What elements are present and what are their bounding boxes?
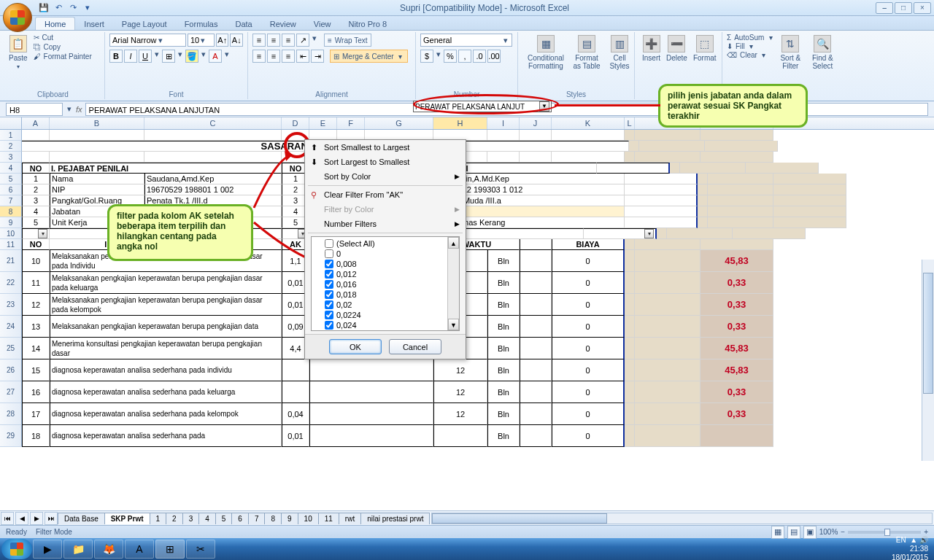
cell[interactable] bbox=[282, 381, 309, 403]
number-filters[interactable]: Number Filters▶ bbox=[305, 217, 466, 231]
font-size-combo[interactable]: 10▾ bbox=[188, 34, 215, 47]
office-button[interactable] bbox=[3, 3, 32, 32]
qat-more-icon[interactable]: ▾ bbox=[82, 2, 93, 14]
filter-opt[interactable]: 0,02 bbox=[313, 300, 458, 310]
clear-filter[interactable]: ⚲Clear Filter From "AK" bbox=[305, 187, 466, 202]
cell[interactable] bbox=[50, 130, 144, 141]
task-explorer[interactable]: 📁 bbox=[63, 540, 93, 559]
cell[interactable]: Saudana,Amd.Kep bbox=[144, 174, 282, 184]
filter-btn-no[interactable]: ▾ bbox=[38, 229, 47, 238]
cell[interactable] bbox=[625, 316, 635, 338]
filter-cancel-button[interactable]: Cancel bbox=[389, 339, 441, 354]
cell[interactable] bbox=[50, 152, 144, 163]
cell[interactable]: 0 bbox=[552, 359, 625, 381]
tab-view[interactable]: View bbox=[305, 18, 340, 30]
sheet-tab[interactable]: 7 bbox=[248, 513, 266, 524]
increase-indent-icon[interactable]: ⇥ bbox=[311, 50, 324, 63]
cell[interactable] bbox=[520, 381, 552, 403]
cell[interactable]: 0 bbox=[552, 403, 625, 425]
minimize-button[interactable]: ‒ bbox=[876, 2, 893, 14]
jabatan-dropdown[interactable]: PERAWAT PELAKSANA LANJUT ▼ bbox=[413, 101, 552, 112]
sheet-tab[interactable]: nilai prestasi prwt bbox=[360, 513, 430, 524]
cell-styles-button[interactable]: ▥Cell Styles bbox=[604, 34, 635, 71]
cell[interactable]: 5 bbox=[22, 217, 50, 228]
paste-button[interactable]: 📋Paste▾ bbox=[6, 34, 31, 82]
increase-decimal-icon[interactable]: .0 bbox=[473, 50, 486, 63]
cell[interactable]: Bln bbox=[487, 250, 520, 272]
tab-formulas[interactable]: Formulas bbox=[176, 18, 227, 30]
cell[interactable]: 1 bbox=[22, 174, 50, 184]
cell[interactable] bbox=[733, 228, 806, 239]
autosum-button[interactable]: ΣAutoSum▾ bbox=[727, 34, 774, 42]
cell[interactable] bbox=[639, 141, 705, 152]
cell[interactable] bbox=[552, 130, 625, 141]
cell[interactable] bbox=[700, 152, 773, 163]
view-layout-icon[interactable]: ▤ bbox=[787, 526, 800, 539]
view-break-icon[interactable]: ▣ bbox=[803, 526, 817, 539]
task-access[interactable]: A bbox=[125, 540, 154, 559]
zoom-in-icon[interactable]: + bbox=[924, 528, 928, 536]
cell[interactable]: Bln bbox=[487, 294, 520, 316]
align-middle-icon[interactable]: ≡ bbox=[267, 34, 280, 47]
sheet-tab[interactable]: 3 bbox=[182, 513, 200, 524]
horizontal-scrollbar[interactable] bbox=[431, 513, 933, 524]
cell[interactable] bbox=[698, 195, 708, 206]
cell[interactable]: 0 bbox=[552, 316, 625, 338]
tab-insert[interactable]: Insert bbox=[75, 18, 113, 30]
font-color-button[interactable]: A bbox=[209, 50, 222, 63]
copy-button[interactable]: ⿻Copy bbox=[34, 43, 92, 51]
font-name-combo[interactable]: Arial Narrow▾ bbox=[109, 34, 186, 47]
start-button[interactable] bbox=[1, 539, 32, 559]
col-B[interactable]: B bbox=[50, 117, 144, 129]
cell[interactable]: Bln bbox=[487, 272, 520, 294]
cell[interactable]: Bln bbox=[487, 381, 520, 403]
redo-icon[interactable]: ↷ bbox=[67, 2, 79, 14]
sort-by-color[interactable]: Sort by Color▶ bbox=[305, 169, 466, 184]
fx-icon[interactable]: fx bbox=[76, 105, 82, 114]
cell[interactable] bbox=[746, 163, 819, 174]
cell[interactable] bbox=[773, 184, 846, 195]
cell[interactable] bbox=[520, 239, 552, 250]
filter-opt[interactable]: 0,024 bbox=[313, 320, 458, 330]
worksheet-grid[interactable]: 12SASARAN KERJA PEGAWAI34NOI. PEJABAT PE… bbox=[0, 130, 934, 510]
cell[interactable] bbox=[625, 359, 635, 381]
cell[interactable] bbox=[520, 272, 552, 294]
sheet-tab[interactable]: 4 bbox=[198, 513, 216, 524]
cell[interactable] bbox=[635, 239, 700, 250]
dropdown-arrow-icon[interactable]: ▼ bbox=[539, 101, 549, 112]
cell[interactable]: Nama bbox=[50, 174, 144, 184]
align-bottom-icon[interactable]: ≡ bbox=[282, 34, 295, 47]
col-F[interactable]: F bbox=[337, 117, 365, 129]
cell[interactable] bbox=[520, 425, 552, 447]
sheet-tab[interactable]: 2 bbox=[166, 513, 183, 524]
cell[interactable] bbox=[487, 152, 520, 163]
delete-cells-button[interactable]: ➖Delete bbox=[663, 34, 690, 63]
cell[interactable] bbox=[629, 141, 639, 152]
undo-icon[interactable]: ↶ bbox=[53, 2, 64, 14]
col-G[interactable]: G bbox=[365, 117, 433, 129]
cell[interactable]: 14 bbox=[22, 338, 50, 359]
cell[interactable]: 10 bbox=[22, 250, 50, 272]
cell[interactable] bbox=[708, 184, 773, 195]
cell[interactable]: Bln bbox=[487, 316, 520, 338]
orientation-icon[interactable]: ↗ bbox=[296, 34, 309, 47]
maximize-button[interactable]: □ bbox=[895, 2, 912, 14]
cell[interactable] bbox=[625, 425, 635, 447]
cell[interactable] bbox=[667, 228, 733, 239]
tab-review[interactable]: Review bbox=[261, 18, 305, 30]
cell[interactable] bbox=[708, 195, 773, 206]
cell[interactable] bbox=[698, 184, 708, 195]
close-button[interactable]: × bbox=[914, 2, 931, 14]
sheet-nav-prev[interactable]: ◀ bbox=[15, 512, 28, 525]
conditional-formatting-button[interactable]: ▦Conditional Formatting bbox=[522, 34, 569, 71]
tab-page-layout[interactable]: Page Layout bbox=[113, 18, 176, 30]
sheet-tab[interactable]: 6 bbox=[231, 513, 249, 524]
wrap-text-button[interactable]: ≡Wrap Text bbox=[324, 34, 371, 47]
cell[interactable]: 0 bbox=[552, 338, 625, 359]
sheet-nav-first[interactable]: ⏮ bbox=[1, 512, 14, 525]
cell[interactable] bbox=[773, 217, 846, 228]
cell[interactable] bbox=[625, 294, 635, 316]
cell[interactable] bbox=[635, 272, 700, 294]
cell[interactable] bbox=[552, 152, 625, 163]
zoom-out-icon[interactable]: − bbox=[841, 528, 845, 536]
